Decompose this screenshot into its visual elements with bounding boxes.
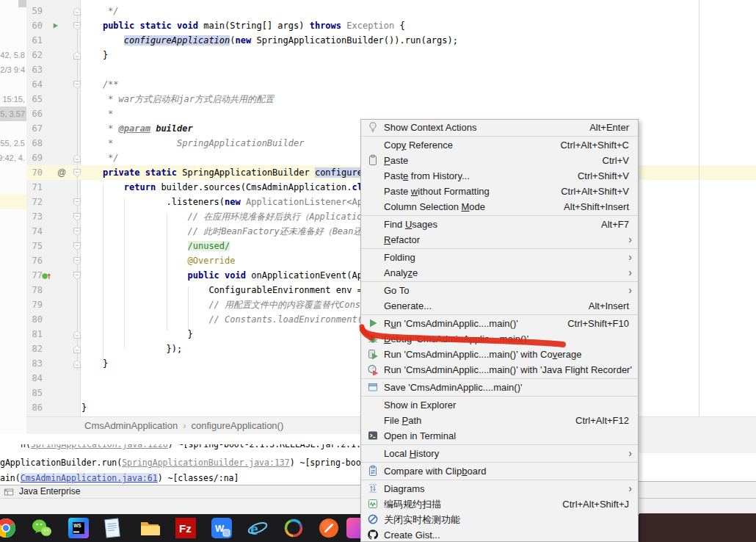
menu-item[interactable]: Show Context ActionsAlt+Enter xyxy=(361,120,638,135)
line-number: 70 xyxy=(26,165,43,180)
fold-marker[interactable] xyxy=(73,48,81,62)
menu-item[interactable]: Local History› xyxy=(361,446,638,461)
taskbar-icon-chrome[interactable] xyxy=(0,518,16,538)
taskbar-icon-orange-pen[interactable] xyxy=(319,518,339,538)
menu-item-label: Open in Terminal xyxy=(384,428,456,444)
menu-item[interactable]: Analyze› xyxy=(361,265,638,281)
taskbar-icon-wps[interactable]: W xyxy=(211,518,232,538)
console-link[interactable]: SpringApplication.java:1226 xyxy=(31,444,168,449)
menu-item[interactable]: Folding› xyxy=(361,250,638,265)
breadcrumb-item[interactable]: CmsAdminApplication xyxy=(84,420,178,431)
line-number: 75 xyxy=(26,239,43,253)
taskbar-icon-folder[interactable] xyxy=(139,518,160,538)
code-line-74: // 此时BeanFactory还未准备好（Bean还未实例化） xyxy=(81,224,407,239)
menu-item[interactable]: Paste without FormattingCtrl+Alt+Shift+V xyxy=(361,184,638,199)
runjfr-icon xyxy=(367,364,379,375)
menu-item[interactable]: Refactor› xyxy=(361,232,638,247)
fold-marker[interactable] xyxy=(73,356,81,371)
fold-marker[interactable] xyxy=(73,4,81,18)
run-gutter-icon[interactable] xyxy=(51,18,59,33)
menu-item[interactable]: Create Gist... xyxy=(361,527,638,542)
console-link[interactable]: CmsAdminApplication.java:61 xyxy=(21,473,158,483)
console-link[interactable]: SpringApplicationBuilder.java:137 xyxy=(122,458,289,468)
submenu-arrow-icon: › xyxy=(628,283,632,298)
fold-marker[interactable] xyxy=(73,151,81,165)
taskbar-icon-notepad[interactable] xyxy=(102,518,123,538)
line-number: 62 xyxy=(26,48,43,62)
fold-marker[interactable] xyxy=(73,224,81,239)
menu-item-label: Copy Reference xyxy=(384,137,453,153)
svg-text:WS: WS xyxy=(73,523,81,528)
menu-item[interactable]: Run 'CmsAdminApplic....main()' with Cove… xyxy=(361,347,638,362)
menu-item[interactable]: PasteCtrl+V xyxy=(361,153,638,168)
menu-item[interactable]: 关闭实时检测功能 xyxy=(361,512,638,527)
scroll-fragment xyxy=(18,0,26,7)
breadcrumb-item[interactable]: configureApplication() xyxy=(192,420,284,431)
menu-item[interactable]: Show in Explorer xyxy=(361,397,638,413)
fold-marker[interactable] xyxy=(73,239,81,253)
compare-icon xyxy=(367,465,379,477)
editor-gutter: 5960616263646566676869707172737475767778… xyxy=(26,0,81,416)
line-number: 78 xyxy=(26,283,43,297)
menu-item[interactable]: Save 'CmsAdminApplic....main()' xyxy=(361,380,638,395)
menu-item-label: File Path xyxy=(384,413,421,428)
menu-item-shortcut: Ctrl+Alt+Shift+C xyxy=(560,137,629,153)
line-number: 86 xyxy=(26,400,43,415)
menu-item[interactable]: Go To› xyxy=(361,283,638,298)
code-line-82: }); xyxy=(81,342,182,356)
menu-item-label: Run 'CmsAdminApplic....main()' xyxy=(384,316,518,331)
menu-item-label: Debug 'CmsAdminApplic....main()' xyxy=(384,331,528,347)
code-line-86: } xyxy=(81,400,87,415)
menu-item[interactable]: Paste from History...Ctrl+Shift+V xyxy=(361,168,638,184)
menu-item[interactable]: Generate...Alt+Insert xyxy=(361,298,638,314)
code-line-61: configureApplication(new SpringApplicati… xyxy=(81,33,458,48)
fold-marker[interactable] xyxy=(73,195,81,209)
console-line: ain(CmsAdminApplication.java:61) ~[class… xyxy=(0,472,239,484)
menu-item[interactable]: 编码规约扫描Ctrl+Alt+Shift+J xyxy=(361,496,638,512)
menu-item[interactable]: File PathCtrl+Alt+F12 xyxy=(361,413,638,428)
menu-item-label: Refactor xyxy=(384,232,420,247)
menu-item-shortcut: Alt+Shift+Insert xyxy=(564,199,629,214)
override-marker-icon[interactable] xyxy=(41,268,52,283)
taskbar-icon-filezilla[interactable]: Fz xyxy=(175,518,196,538)
terminal-icon xyxy=(367,430,379,441)
line-number: 61 xyxy=(26,33,43,48)
menu-item[interactable]: Find UsagesAlt+F7 xyxy=(361,217,638,232)
svg-text:e: e xyxy=(250,519,258,538)
svg-text:Fz: Fz xyxy=(179,522,192,535)
menu-item[interactable]: Compare with Clipboard xyxy=(361,463,638,479)
fold-marker[interactable] xyxy=(73,165,81,180)
menu-item[interactable]: Run 'CmsAdminApplic....main()'Ctrl+Shift… xyxy=(361,316,638,331)
fold-connector-line xyxy=(77,13,78,371)
menu-item[interactable]: Open in Terminal xyxy=(361,428,638,444)
menu-item-label: Folding xyxy=(384,250,415,265)
bulb-icon xyxy=(367,121,379,133)
menu-item-shortcut: Ctrl+Shift+F10 xyxy=(567,316,629,331)
panel-strip-right-lower xyxy=(639,481,756,514)
taskbar-icon-wechat[interactable] xyxy=(32,518,52,538)
line-number: 63 xyxy=(26,62,43,77)
taskbar-icon-webstorm[interactable]: WS xyxy=(68,518,89,538)
submenu-arrow-icon: › xyxy=(628,446,632,461)
runcov-icon xyxy=(367,348,379,360)
menu-item[interactable]: Debug 'CmsAdminApplic....main()' xyxy=(361,331,638,347)
menu-item[interactable]: Run 'CmsAdminApplic....main()' with 'Jav… xyxy=(361,362,638,377)
menu-item[interactable]: Column Selection ModeAlt+Shift+Insert xyxy=(361,199,638,214)
fold-marker[interactable] xyxy=(73,268,81,283)
taskbar-icon-navicat[interactable] xyxy=(283,518,304,538)
save-icon xyxy=(367,381,379,393)
taskbar-icon-ie[interactable]: e xyxy=(247,518,268,538)
fold-marker[interactable] xyxy=(73,77,81,92)
menu-item-shortcut: Ctrl+V xyxy=(603,153,629,168)
code-line-60: public static void main(String[] args) t… xyxy=(81,18,405,33)
fold-marker[interactable] xyxy=(73,209,81,224)
menu-item[interactable]: Copy ReferenceCtrl+Alt+Shift+C xyxy=(361,137,638,153)
fold-marker[interactable] xyxy=(73,327,81,342)
line-number: 80 xyxy=(26,312,43,327)
fold-marker[interactable] xyxy=(73,253,81,268)
menu-item[interactable]: Diagrams› xyxy=(361,481,638,496)
menu-item-label: Show in Explorer xyxy=(384,397,456,413)
fold-marker[interactable] xyxy=(73,18,81,33)
fold-marker[interactable] xyxy=(73,342,81,356)
menu-item-label: Generate... xyxy=(384,298,432,314)
